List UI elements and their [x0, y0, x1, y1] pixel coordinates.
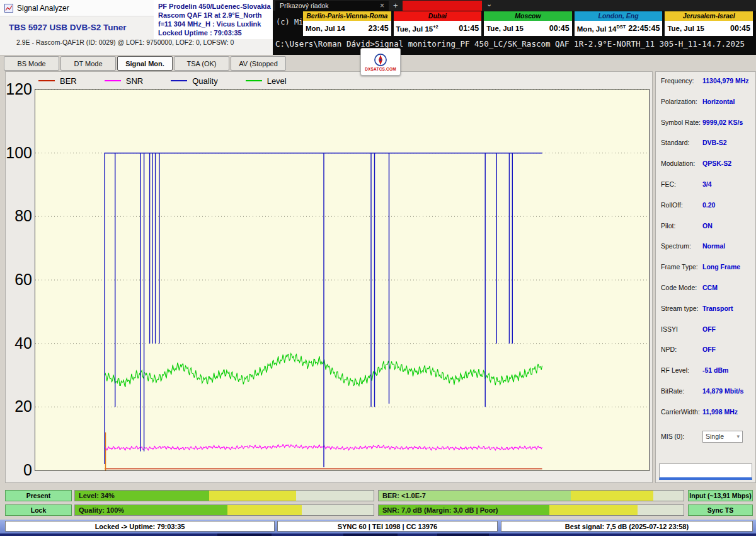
tab-signal-mon[interactable]: Signal Mon. [117, 56, 173, 71]
param-label: Code Mode: [661, 284, 702, 291]
taskbar-button-fragment[interactable] [437, 533, 489, 536]
taskbar-button-fragment[interactable] [343, 533, 398, 536]
y-tick-label: 80 [6, 207, 32, 224]
clock-datetime: Mon, Jul 1423:45 [303, 21, 391, 36]
blank-indicator-box [659, 463, 752, 480]
legend-item-quality: Quality [171, 76, 217, 86]
app-icon [4, 4, 13, 13]
legend-label: BER [60, 76, 77, 86]
clock-datetime: Tue, Jul 1500:45 [484, 21, 572, 36]
legend-line-swatch [246, 80, 262, 81]
level-bar: Level: 34% [74, 490, 374, 501]
command-line[interactable]: C:\Users\Roman Dávid>Signal monitoring_P… [275, 39, 754, 49]
param-label: BitRate: [661, 387, 702, 395]
param-value: OFF [702, 346, 716, 353]
param-row: Polarization:Horizontal [656, 96, 755, 117]
legend-item-level: Level [246, 76, 287, 86]
y-tick-label: 100 [6, 144, 32, 161]
legend-label: Quality [192, 76, 217, 86]
clock-city-label: London, Eng [575, 11, 663, 21]
param-row: Stream type:Transport [656, 303, 755, 323]
param-value: 9999,02 KS/s [702, 119, 743, 126]
tab-bs-mode[interactable]: BS Mode [4, 56, 59, 71]
y-tick-label: 20 [6, 398, 32, 414]
signal-plot [35, 89, 650, 471]
taskbar-button-fragment[interactable] [217, 533, 272, 536]
param-rows: Frequency:11304,979 MHzPolarization:Hori… [656, 75, 755, 427]
param-row: Pilot:ON [656, 220, 755, 241]
info-line-antenna: PF Prodelin 450/Lučenec-Slovakia [158, 2, 273, 11]
present-indicator: Present [5, 490, 72, 501]
clock-datetime: Tue, Jul 1500:45 [665, 21, 753, 36]
bar-label: Quality: 100% [79, 506, 124, 514]
param-value: QPSK-S2 [702, 160, 731, 167]
clock-3: MoscowTue, Jul 1500:45 [483, 11, 573, 37]
param-label: NPD: [661, 346, 702, 353]
parameters-panel: Frequency:11304,979 MHzPolarization:Hori… [655, 71, 756, 483]
clock-5: Jerusalem-IsraelTue, Jul 1500:45 [664, 11, 753, 37]
param-value: Horizontal [702, 98, 735, 105]
best-signal-status: Best signal: 7,5 dB (2025-07-12 23:58) [501, 521, 753, 532]
param-label: Pilot: [661, 222, 702, 230]
info-line-uptime: Locked Uptime : 79:03:35 [158, 28, 273, 37]
param-value: 11,998 MHz [702, 408, 738, 416]
clock-city-label: Berlin-Paris-Vienna-Roma [303, 11, 391, 21]
mis-select[interactable]: Single ▾ [702, 431, 743, 443]
clock-datetime: Mon, Jul 14DST22:45:45 [575, 21, 663, 36]
tab-tsa-ok[interactable]: TSA (OK) [174, 56, 229, 71]
param-label: Spectrum: [661, 242, 702, 250]
clock-date: Tue, Jul 15+2 [396, 24, 438, 33]
y-axis-labels: 020406080100120 [6, 72, 32, 482]
param-value: Transport [702, 305, 733, 312]
bar-segment [209, 491, 295, 501]
clock-time: 00:45 [730, 24, 750, 33]
param-row: NPD:OFF [656, 344, 755, 364]
tab-close-icon[interactable]: × [380, 3, 384, 9]
bar-segment [571, 491, 653, 501]
status-strip: Locked -> Uptime: 79:03:35SYNC 60 | TEI … [0, 520, 756, 533]
window-title: Signal Analyzer [17, 4, 69, 13]
clock-date: Tue, Jul 15 [667, 25, 704, 32]
param-row: CarrierWidth:11,998 MHz [656, 406, 755, 427]
param-row: RollOff:0.20 [656, 199, 755, 220]
mis-row: MIS (0): Single ▾ [656, 431, 755, 443]
y-tick-label: 60 [6, 271, 32, 288]
tuner-name: TBS 5927 USB DVB-S2 Tuner [9, 23, 127, 32]
param-row: Spectrum:Normal [656, 240, 755, 261]
clock-city-label: Moscow [484, 11, 572, 21]
mis-label: MIS (0): [661, 433, 702, 440]
clock-date: Mon, Jul 14DST [577, 24, 626, 33]
world-clocks: Berlin-Paris-Vienna-RomaMon, Jul 1423:45… [302, 11, 753, 37]
clock-city-label: Jerusalem-Israel [665, 11, 753, 21]
chart-panel: BERSNRQualityLevel 020406080100120 [5, 71, 653, 483]
param-row: Standard:DVB-S2 [656, 137, 755, 158]
bar-label: Level: 34% [79, 492, 115, 499]
compass-icon [374, 53, 387, 67]
clock-datetime: Tue, Jul 15+201:45 [394, 21, 482, 36]
clock-time: 01:45 [459, 24, 479, 33]
clock-time: 23:45 [369, 24, 389, 33]
bar-label: SNR: 7,0 dB (Margin: 3,0 dB | Poor) [382, 506, 498, 514]
mode-tabbar: BS ModeDT ModeSignal Mon.TSA (OK)AV (Sto… [4, 56, 294, 71]
chevron-down-icon: ▾ [736, 433, 740, 440]
param-value: DVB-S2 [702, 139, 727, 146]
ber-bar: BER: <1.0E-7 [378, 490, 684, 501]
legend-item-snr: SNR [105, 76, 143, 86]
chevron-down-icon[interactable]: ⌄ [486, 0, 492, 8]
terminal-window: Príkazový riadok × + ⌄ (c) Mi Berlin-Par… [273, 0, 756, 55]
param-value: 14,879 Mbit/s [702, 387, 743, 395]
y-tick-label: 0 [6, 462, 32, 478]
tab-dt-mode[interactable]: DT Mode [60, 56, 116, 71]
uptime-status: Locked -> Uptime: 79:03:35 [5, 521, 275, 532]
clock-offset: +2 [433, 24, 438, 30]
param-label: Stream type: [661, 305, 702, 312]
tab-av-stopped[interactable]: AV (Stopped [231, 56, 286, 71]
legend-label: Level [267, 76, 287, 86]
logo-text: DXSATCS.COM [365, 67, 396, 71]
param-row: Symbol Rate:9999,02 KS/s [656, 117, 755, 137]
terminal-tab[interactable]: Príkazový riadok × [275, 1, 389, 11]
info-line-frequency: f=11 304 MHz_H : Vicus Luxlink [158, 20, 273, 28]
new-tab-icon[interactable]: + [393, 1, 398, 10]
clock-time: 00:45 [549, 24, 570, 33]
signal-chart [35, 90, 649, 470]
